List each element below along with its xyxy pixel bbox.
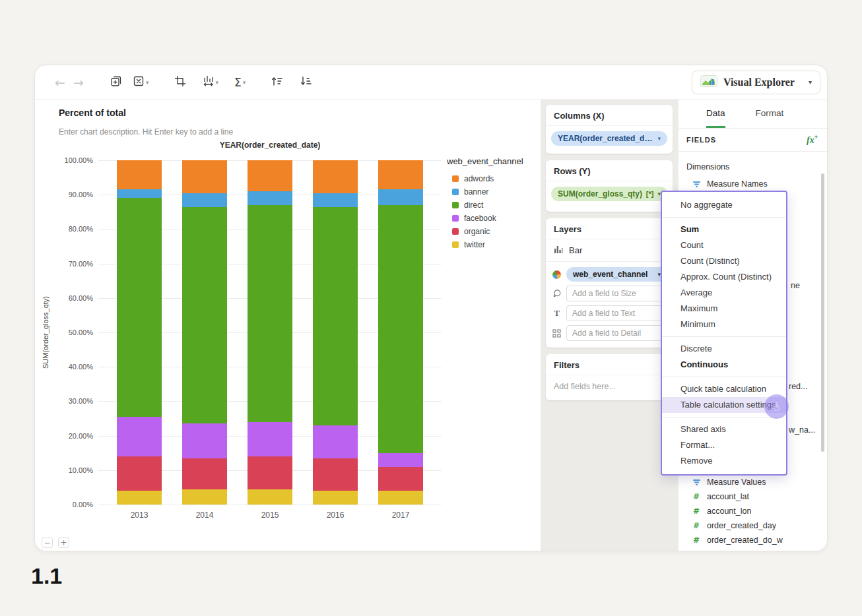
aggregate-button[interactable]: Σ ▾ xyxy=(232,73,248,92)
bar-segment-organic[interactable] xyxy=(378,467,423,491)
bar-2013[interactable]: 2013 xyxy=(117,160,162,505)
layer-type-row[interactable]: Bar xyxy=(546,239,673,262)
bar-segment-facebook[interactable] xyxy=(182,423,227,458)
tab-format[interactable]: Format xyxy=(756,100,784,128)
redo-forward-button[interactable]: → xyxy=(69,73,88,92)
duplicate-chart-button[interactable] xyxy=(108,73,125,92)
menu-item-count[interactable]: Count xyxy=(662,237,786,253)
menu-item-count-distinct[interactable]: Count (Distinct) xyxy=(662,253,786,269)
chevron-down-icon[interactable]: ▾ xyxy=(657,135,661,142)
bar-segment-direct[interactable] xyxy=(378,205,423,453)
field-measure-names[interactable]: Measure Names xyxy=(679,177,827,191)
bar-segment-banner[interactable] xyxy=(378,189,423,204)
columns-field-label: YEAR(order_created_date) xyxy=(558,134,653,143)
bar-segment-twitter[interactable] xyxy=(182,489,227,505)
y-axis-ticks: 100.00%90.00%80.00%70.00%60.00%50.00%40.… xyxy=(53,160,93,505)
remove-chart-icon xyxy=(133,75,145,90)
bar-segment-facebook[interactable] xyxy=(248,422,292,456)
undo-back-button[interactable]: ← xyxy=(51,73,69,92)
size-field-slot[interactable]: Add a field to Size xyxy=(566,286,667,301)
rows-field-pill[interactable]: SUM(order_gloss_qty) [*] ▾ xyxy=(551,187,667,201)
crop-axes-button[interactable] xyxy=(172,73,189,92)
bar-segment-banner[interactable] xyxy=(117,189,162,198)
field-account-lon[interactable]: #account_lon xyxy=(679,504,827,518)
bin-measure-button[interactable]: ▾ xyxy=(199,72,222,92)
zoom-in-button[interactable]: + xyxy=(58,537,69,548)
bar-segment-banner[interactable] xyxy=(313,193,358,207)
bar-segment-twitter[interactable] xyxy=(313,491,358,505)
legend-item-adwords[interactable]: adwords xyxy=(447,174,541,183)
filters-drop-area[interactable]: Add fields here... xyxy=(546,375,673,400)
menu-item-format[interactable]: Format... xyxy=(662,437,786,453)
tab-data[interactable]: Data xyxy=(706,100,725,128)
bar-segment-twitter[interactable] xyxy=(378,491,423,505)
field-label: Measure Values xyxy=(707,477,766,487)
chart-title[interactable]: Percent of total xyxy=(59,108,126,118)
bar-segment-organic[interactable] xyxy=(313,458,358,491)
bar-segment-twitter[interactable] xyxy=(248,489,292,505)
bar-segment-adwords[interactable] xyxy=(378,160,423,189)
bar-segment-twitter[interactable] xyxy=(117,491,162,505)
bar-segment-banner[interactable] xyxy=(182,193,227,207)
bar-segment-adwords[interactable] xyxy=(313,160,358,193)
bar-segment-direct[interactable] xyxy=(182,207,227,424)
bar-segment-organic[interactable] xyxy=(248,456,292,489)
sort-descending-button[interactable] xyxy=(297,73,315,92)
menu-item-quick-table-calculation[interactable]: Quick table calculation xyxy=(662,381,786,397)
menu-item-approx-count-distinct[interactable]: Approx. Count (Distinct) xyxy=(662,269,786,285)
bar-2014[interactable]: 2014 xyxy=(182,160,227,505)
bar-segment-banner[interactable] xyxy=(248,191,292,205)
field-measure-values[interactable]: Measure Values xyxy=(679,475,827,489)
menu-item-remove[interactable]: Remove xyxy=(662,453,786,469)
bar-2017[interactable]: 2017 xyxy=(378,160,423,505)
detail-field-slot[interactable]: Add a field to Detail xyxy=(566,325,667,341)
bar-segment-adwords[interactable] xyxy=(248,160,292,191)
menu-item-discrete[interactable]: Discrete xyxy=(662,341,786,357)
sort-ascending-icon xyxy=(271,76,284,89)
bar-segment-organic[interactable] xyxy=(182,458,227,489)
bar-segment-facebook[interactable] xyxy=(313,425,358,458)
bar-2016[interactable]: 2016 xyxy=(313,160,358,505)
bar-segment-adwords[interactable] xyxy=(182,160,227,193)
bar-segment-direct[interactable] xyxy=(117,198,162,416)
field-order-created-do-w[interactable]: #order_created_do_w xyxy=(679,533,827,547)
plot-area: 20132014201520162017 xyxy=(98,160,442,505)
obscured-field-fragment: ne xyxy=(791,281,800,290)
field-account-lat[interactable]: #account_lat xyxy=(679,489,827,504)
bar-segment-facebook[interactable] xyxy=(117,417,162,456)
fields-scrollbar[interactable] xyxy=(821,173,824,452)
menu-item-minimum[interactable]: Minimum xyxy=(662,317,786,332)
visual-explorer-switcher[interactable]: Visual Explorer ▾ xyxy=(692,71,820,94)
number-icon: # xyxy=(692,536,701,545)
legend-swatch xyxy=(452,241,459,248)
chart-description-placeholder[interactable]: Enter chart description. Hit Enter key t… xyxy=(59,127,233,137)
bars: 20132014201520162017 xyxy=(98,160,442,505)
text-field-slot[interactable]: Add a field to Text xyxy=(566,305,667,321)
menu-item-no-aggregate[interactable]: No aggregate xyxy=(662,197,786,213)
menu-item-sum[interactable]: Sum xyxy=(662,222,786,237)
menu-item-continuous[interactable]: Continuous xyxy=(662,357,786,373)
menu-item-maximum[interactable]: Maximum xyxy=(662,301,786,317)
legend-item-facebook[interactable]: facebook xyxy=(447,214,541,223)
bar-segment-organic[interactable] xyxy=(117,456,162,491)
zoom-out-button[interactable]: − xyxy=(42,537,53,548)
bar-segment-adwords[interactable] xyxy=(117,160,162,189)
columns-panel: Columns (X) YEAR(order_created_date) ▾ xyxy=(546,105,673,154)
bar-segment-facebook[interactable] xyxy=(378,453,423,467)
columns-field-pill[interactable]: YEAR(order_created_date) ▾ xyxy=(551,131,667,146)
sort-ascending-button[interactable] xyxy=(268,73,286,92)
legend-item-direct[interactable]: direct xyxy=(447,200,541,210)
y-axis-label: SUM(order_gloss_qty) xyxy=(40,160,51,505)
legend-item-banner[interactable]: banner xyxy=(447,187,541,197)
add-calculated-field-button[interactable]: fx+ xyxy=(807,134,818,146)
legend-item-organic[interactable]: organic xyxy=(447,227,541,236)
color-field-pill[interactable]: web_event_channel ▾ xyxy=(566,267,667,282)
bar-segment-direct[interactable] xyxy=(313,207,358,425)
field-order-created-day[interactable]: #order_created_day xyxy=(679,518,827,533)
bar-segment-direct[interactable] xyxy=(248,205,292,422)
legend-item-twitter[interactable]: twitter xyxy=(447,240,541,249)
bar-2015[interactable]: 2015 xyxy=(248,160,292,505)
remove-chart-button[interactable]: ▾ xyxy=(130,73,152,92)
menu-item-shared-axis[interactable]: Shared axis xyxy=(662,421,786,437)
menu-item-average[interactable]: Average xyxy=(662,285,786,301)
